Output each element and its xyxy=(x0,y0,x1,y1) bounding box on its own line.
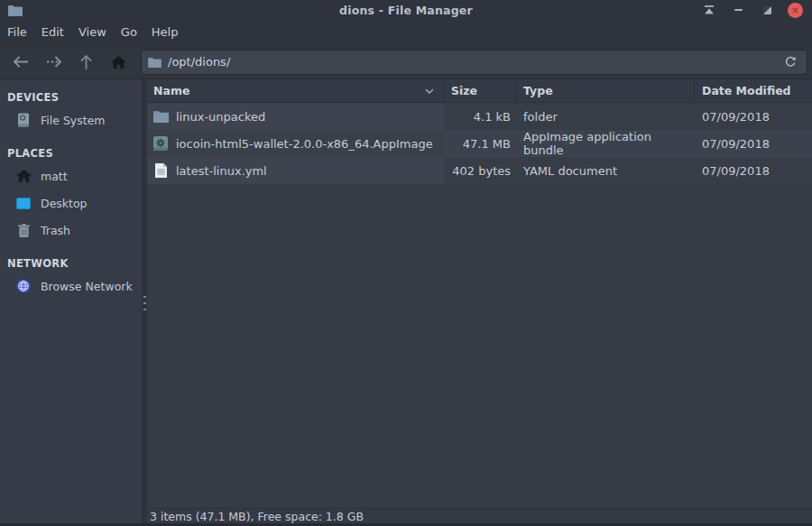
date-modified-cell: 07/09/2018 xyxy=(695,103,812,130)
type-cell: AppImage application bundle xyxy=(516,130,695,157)
folder-icon xyxy=(152,109,169,125)
reload-icon[interactable] xyxy=(780,52,800,72)
column-label: Name xyxy=(153,84,189,97)
appimage-gear-icon xyxy=(152,136,169,152)
menu-go[interactable]: Go xyxy=(114,20,144,45)
sidebar-section-devices: DEVICES xyxy=(0,88,142,106)
date-modified-cell: 07/09/2018 xyxy=(695,157,812,184)
sidebar-item-label: Browse Network xyxy=(41,280,133,293)
file-manager-window: dions - File Manager File Edit View Go H… xyxy=(0,0,812,526)
shade-window-icon[interactable] xyxy=(701,2,717,18)
home-icon xyxy=(14,168,32,184)
toolbar: /opt/dions/ xyxy=(0,45,812,79)
content-area: DEVICES File System PLACES matt Desktop xyxy=(0,79,812,523)
menubar: File Edit View Go Help xyxy=(0,20,812,45)
type-cell: YAML document xyxy=(516,157,695,184)
yaml-document-icon xyxy=(152,163,169,179)
file-name: linux-unpacked xyxy=(176,110,265,124)
date-modified-cell: 07/09/2018 xyxy=(695,130,812,157)
forward-button[interactable] xyxy=(40,50,67,75)
sidebar-item-trash[interactable]: Trash xyxy=(0,217,142,244)
sidebar: DEVICES File System PLACES matt Desktop xyxy=(0,79,142,523)
sidebar-item-label: Trash xyxy=(41,224,70,237)
file-list: linux-unpacked 4.1 kB folder 07/09/2018 … xyxy=(147,103,812,184)
up-button[interactable] xyxy=(72,50,99,75)
column-headers: Name Size Type Date Modified xyxy=(147,79,812,103)
status-text: 3 items (47.1 MB), Free space: 1.8 GB xyxy=(150,510,364,523)
menu-help[interactable]: Help xyxy=(144,20,186,45)
name-cell: iocoin-html5-wallet-2.0.0-x86_64.AppImag… xyxy=(147,130,444,157)
window-controls xyxy=(701,2,812,18)
current-path[interactable]: /opt/dions/ xyxy=(168,55,780,69)
size-cell: 402 bytes xyxy=(444,157,516,184)
sort-chevron-down-icon xyxy=(425,88,434,94)
column-header-type[interactable]: Type xyxy=(516,79,695,102)
menu-view[interactable]: View xyxy=(71,20,114,45)
sidebar-item-label: matt xyxy=(41,170,68,183)
size-cell: 4.1 kB xyxy=(444,103,516,130)
column-label: Type xyxy=(523,84,553,97)
file-row-latest-linux-yml[interactable]: latest-linux.yml 402 bytes YAML document… xyxy=(147,157,812,184)
drive-harddisk-icon xyxy=(14,112,32,128)
name-cell: latest-linux.yml xyxy=(147,157,444,184)
menu-edit[interactable]: Edit xyxy=(34,20,71,45)
sidebar-section-network: NETWORK xyxy=(0,254,142,272)
home-button[interactable] xyxy=(105,50,132,75)
size-cell: 47.1 MB xyxy=(444,130,516,157)
statusbar: 3 items (47.1 MB), Free space: 1.8 GB xyxy=(147,508,812,523)
file-row-appimage[interactable]: iocoin-html5-wallet-2.0.0-x86_64.AppImag… xyxy=(147,130,812,157)
file-panel: Name Size Type Date Modified xyxy=(147,79,812,523)
column-label: Date Modified xyxy=(702,84,791,97)
trash-icon xyxy=(14,222,32,238)
column-label: Size xyxy=(451,84,477,97)
name-cell: linux-unpacked xyxy=(147,103,444,130)
sidebar-section-places: PLACES xyxy=(0,144,142,162)
network-globe-icon xyxy=(14,278,32,294)
type-cell: folder xyxy=(516,103,695,130)
splitter-grip-icon xyxy=(143,296,146,310)
sidebar-item-file-system[interactable]: File System xyxy=(0,106,142,134)
sidebar-item-label: File System xyxy=(41,114,106,127)
column-header-date-modified[interactable]: Date Modified xyxy=(695,79,812,102)
close-icon[interactable] xyxy=(788,3,803,18)
empty-file-area[interactable] xyxy=(147,184,812,508)
sidebar-item-label: Desktop xyxy=(41,197,88,210)
pane-splitter[interactable] xyxy=(142,79,147,523)
maximize-icon[interactable] xyxy=(759,2,775,18)
desktop-icon xyxy=(14,195,32,211)
back-button[interactable] xyxy=(7,50,34,75)
location-bar[interactable]: /opt/dions/ xyxy=(141,50,807,75)
menu-file[interactable]: File xyxy=(0,20,34,45)
sidebar-item-browse-network[interactable]: Browse Network xyxy=(0,272,142,300)
file-name: latest-linux.yml xyxy=(176,164,267,178)
file-row-linux-unpacked[interactable]: linux-unpacked 4.1 kB folder 07/09/2018 xyxy=(147,103,812,130)
sidebar-item-home-matt[interactable]: matt xyxy=(0,162,142,189)
path-folder-icon xyxy=(148,57,161,68)
window-title: dions - File Manager xyxy=(0,4,812,17)
column-header-name[interactable]: Name xyxy=(147,79,444,102)
minimize-icon[interactable] xyxy=(730,2,746,18)
titlebar[interactable]: dions - File Manager xyxy=(0,0,812,20)
column-header-size[interactable]: Size xyxy=(444,79,516,102)
file-name: iocoin-html5-wallet-2.0.0-x86_64.AppImag… xyxy=(176,137,433,151)
sidebar-item-desktop[interactable]: Desktop xyxy=(0,189,142,217)
